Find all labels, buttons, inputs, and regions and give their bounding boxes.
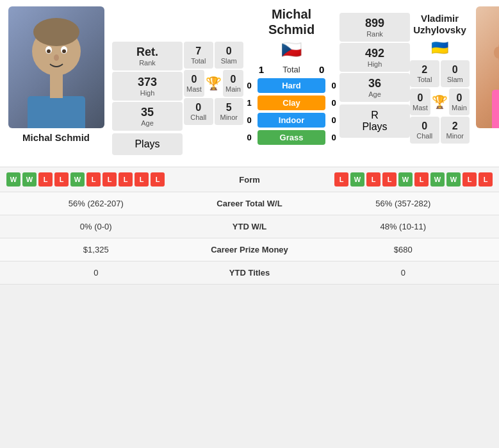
left-center-stats: Ret. Rank 373 High 35 Age Plays (112, 6, 183, 155)
left-form-badge-4: L (54, 172, 69, 187)
surface-row-indoor: 0 Indoor 0 (243, 113, 339, 128)
right-form-badge-10: L (479, 172, 493, 187)
right-form-badge-8: W (446, 172, 461, 187)
left-form-badge-1: W (6, 172, 20, 187)
career-total-right: 56% (357-282) (314, 199, 493, 208)
ytd-titles-row: 0 YTD Titles 0 (0, 261, 499, 285)
right-total-label: Total (413, 76, 437, 83)
right-chall-block: 0 Chall (410, 117, 439, 144)
right-form-badge-2: W (350, 172, 364, 187)
surface-row-hard: 0 Hard 0 (243, 78, 339, 93)
svg-rect-8 (50, 74, 63, 98)
right-rank-value: 899 (342, 17, 407, 30)
svg-rect-9 (492, 90, 500, 128)
right-win-stats: Vladimir Uzhylovsky 🇺🇦 2 Total 0 Slam 0 … (410, 6, 471, 155)
total-row: 1 Total 0 (243, 64, 339, 75)
career-total-row: 56% (262-207) Career Total W/L 56% (357-… (0, 192, 499, 215)
left-form-badge-3: L (38, 172, 53, 187)
left-form-badge-10: L (151, 172, 165, 187)
top-section: Michal Schmid Ret. Rank 373 High 35 Age … (0, 0, 499, 162)
right-plays-label: Plays (342, 121, 407, 133)
ytd-wl-row: 0% (0-0) YTD W/L 48% (10-11) (0, 215, 499, 238)
left-high-value: 373 (115, 76, 180, 89)
right-form-badge-9: L (462, 172, 477, 187)
left-high-block: 373 High (112, 72, 183, 101)
right-total-value: 2 (413, 64, 437, 76)
left-player-photo (8, 6, 104, 128)
right-age-block: 36 Age (339, 73, 410, 102)
left-minor-block: 5 Minor (215, 98, 244, 125)
right-center-stats: 899 Rank 492 High 36 Age R Plays (339, 6, 410, 155)
right-age-label: Age (342, 90, 407, 98)
prize-money-left: $1,325 (6, 245, 186, 254)
right-chall-value: 0 (413, 120, 437, 132)
left-chall-block: 0 Chall (184, 98, 213, 125)
right-mast-value: 0 (413, 92, 428, 104)
left-total-slam-row: 7 Total 0 Slam (184, 42, 243, 69)
center-matchup: MichalSchmid 🇨🇿 1 Total 0 0 Hard 0 1 Cla… (243, 6, 339, 155)
right-slam-block: 0 Slam (441, 60, 470, 87)
right-form-badges: L W L L W L W W L L (288, 172, 493, 187)
left-total-block: 7 Total (184, 42, 213, 69)
right-minor-block: 2 Minor (441, 117, 470, 144)
total-score-left: 1 (259, 64, 264, 75)
form-label: Form (211, 175, 288, 185)
right-form-badge-5: W (398, 172, 413, 187)
right-slam-value: 0 (443, 64, 468, 76)
svg-point-5 (62, 49, 66, 53)
left-age-value: 35 (115, 106, 180, 119)
left-age-block: 35 Age (112, 102, 183, 131)
ytd-titles-label: YTD Titles (186, 268, 314, 278)
hard-score-left: 0 (243, 81, 255, 90)
left-mast-main-row: 0 Mast 🏆 0 Main (184, 70, 243, 97)
main-container: Michal Schmid Ret. Rank 373 High 35 Age … (0, 0, 499, 285)
svg-point-18 (494, 47, 500, 58)
right-total-slam-row: 2 Total 0 Slam (410, 60, 470, 87)
right-player-photo (476, 6, 500, 128)
grass-score-left: 0 (243, 133, 255, 142)
right-player-name-label: Vladimir Uzhylovsky (410, 13, 470, 36)
left-form-badge-2: W (22, 172, 37, 187)
left-form-badge-6: L (86, 172, 101, 187)
right-main-label: Main (452, 104, 467, 112)
ytd-wl-right: 48% (10-11) (314, 222, 493, 231)
ytd-titles-right: 0 (314, 268, 493, 278)
indoor-score-left: 0 (243, 115, 255, 125)
left-flag: 🇨🇿 (281, 40, 302, 60)
surface-row-clay: 1 Clay 0 (243, 95, 339, 110)
right-high-label: High (342, 60, 407, 68)
left-mast-value: 0 (186, 74, 202, 85)
right-main-value: 0 (452, 92, 467, 104)
indoor-button: Indoor (258, 113, 325, 128)
left-slam-value: 0 (217, 46, 241, 57)
right-rank-label: Rank (342, 30, 407, 38)
total-label: Total (269, 65, 314, 74)
clay-score-left: 1 (243, 98, 255, 108)
right-chall-label: Chall (413, 132, 437, 140)
right-plays-value: R (342, 110, 407, 121)
right-plays-block: R Plays (339, 104, 410, 138)
left-form-badge-7: L (102, 172, 117, 187)
right-mast-label: Mast (413, 104, 428, 112)
left-rank-block: Ret. Rank (112, 42, 183, 71)
prize-money-row: $1,325 Career Prize Money $680 (0, 238, 499, 261)
clay-button: Clay (258, 95, 325, 110)
left-slam-block: 0 Slam (215, 42, 244, 69)
ytd-wl-label: YTD W/L (186, 222, 314, 231)
left-plays-block: Plays (112, 133, 183, 155)
form-row: W W L L W L L L L L Form L W L L W L W W (0, 167, 499, 192)
prize-money-right: $680 (314, 245, 493, 254)
ytd-wl-left: 0% (0-0) (6, 222, 186, 231)
indoor-score-right: 0 (328, 115, 339, 125)
right-mast-main-row: 0 Mast 🏆 0 Main (410, 88, 470, 115)
right-chall-minor-row: 0 Chall 2 Minor (410, 117, 470, 144)
svg-point-4 (47, 49, 51, 53)
bottom-section: W W L L W L L L L L Form L W L L W L W W (0, 167, 499, 285)
left-plays-label: Plays (115, 138, 180, 150)
left-rank-value: Ret. (115, 46, 180, 59)
left-chall-value: 0 (186, 102, 211, 113)
left-total-value: 7 (186, 46, 211, 57)
total-score-right: 0 (319, 64, 324, 75)
left-high-label: High (115, 89, 180, 97)
left-total-label: Total (186, 57, 211, 65)
